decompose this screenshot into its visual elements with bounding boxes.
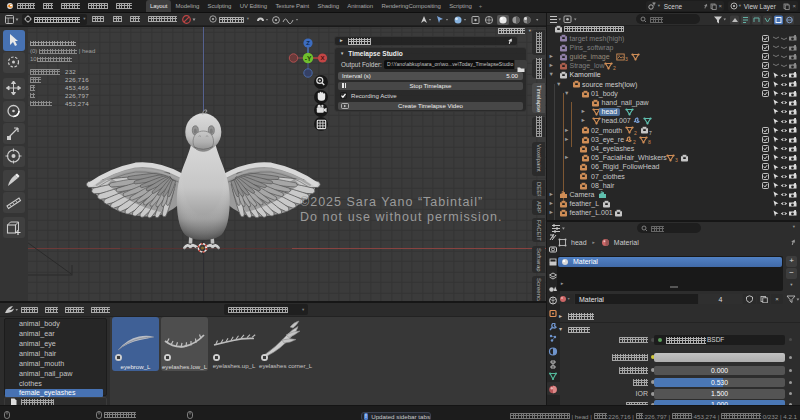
svg-text:-Y: -Y <box>305 55 312 62</box>
svg-text:Z: Z <box>306 40 310 46</box>
svg-text:X: X <box>320 55 324 61</box>
